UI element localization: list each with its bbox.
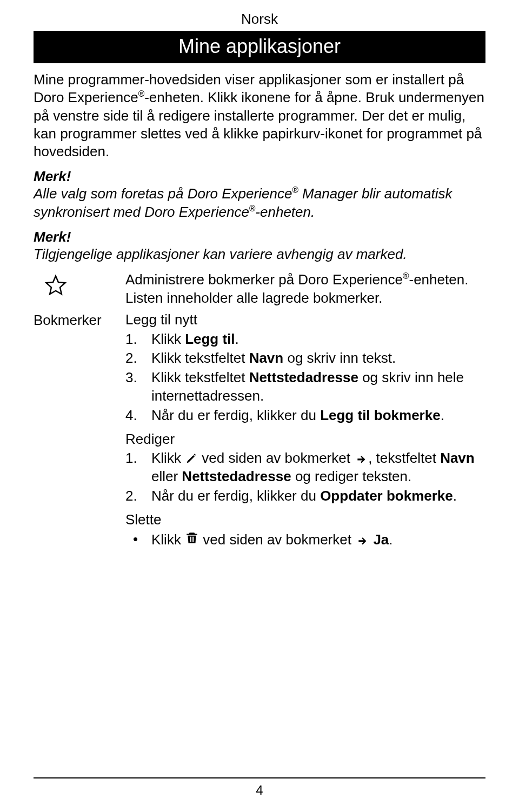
t: Klikk	[151, 531, 185, 548]
note1-text-1: Alle valg som foretas på Doro Experience	[34, 185, 292, 202]
t-bold: Oppdater bokmerke	[320, 488, 453, 504]
delete-list: • Klikk ved siden av bokmerket Ja.	[125, 530, 485, 549]
list-text: Klikk tekstfeltet Nettstedadresse og skr…	[151, 369, 485, 405]
note-1: Alle valg som foretas på Doro Experience…	[34, 185, 485, 221]
t: eller	[151, 468, 182, 484]
t-bold: Navn	[440, 450, 475, 466]
arrow-right-icon	[354, 454, 368, 464]
bookmarks-content: Administrere bokmerker på Doro Experienc…	[125, 271, 485, 549]
page-number: 4	[0, 783, 519, 798]
delete-header: Slette	[125, 511, 485, 529]
bookmarks-description: Administrere bokmerker på Doro Experienc…	[125, 271, 485, 308]
t: ved siden av bokmerket	[203, 531, 355, 548]
t-bold: Legg til bokmerke	[320, 407, 441, 423]
t-bold: Nettstedadresse	[249, 369, 358, 385]
registered-mark: ®	[403, 271, 409, 281]
note-label-2: Merk!	[34, 229, 485, 245]
registered-mark: ®	[292, 186, 298, 195]
t: ved siden av bokmerket	[202, 450, 354, 466]
t-bold: Ja	[373, 531, 389, 548]
bookmarks-section: Bokmerker Administrere bokmerker på Doro…	[34, 271, 485, 549]
list-item: 1. Klikk Legg til.	[125, 330, 485, 349]
t: .	[453, 488, 457, 504]
list-text: Klikk Legg til.	[151, 330, 485, 349]
t-bold: Legg til	[185, 331, 235, 347]
t: Klikk tekstfeltet	[151, 369, 249, 385]
page-footer: 4	[0, 777, 519, 798]
registered-mark: ®	[138, 90, 145, 99]
list-item: • Klikk ved siden av bokmerket Ja.	[125, 530, 485, 549]
footer-rule	[34, 777, 485, 778]
list-item: 1. Klikk ved siden av bokmerket , tekstf…	[125, 449, 485, 486]
t: Klikk	[151, 450, 185, 466]
list-number: 2.	[125, 349, 151, 368]
edit-header: Rediger	[125, 430, 485, 449]
add-new-header: Legg til nytt	[125, 311, 485, 329]
star-icon	[44, 274, 67, 297]
t-bold: Nettstedadresse	[182, 468, 291, 484]
list-number: 3.	[125, 369, 151, 387]
note-2: Tilgjengelige applikasjoner kan variere …	[34, 245, 485, 263]
list-text: Klikk tekstfeltet Navn og skriv inn teks…	[151, 349, 485, 368]
note1-text-3: -enheten.	[255, 204, 315, 220]
t: Når du er ferdig, klikker du	[151, 407, 320, 423]
list-text: Når du er ferdig, klikker du Legg til bo…	[151, 407, 485, 425]
bullet: •	[125, 530, 151, 549]
note-label-1: Merk!	[34, 168, 485, 185]
page: Norsk Mine applikasjoner Mine programmer…	[0, 0, 519, 812]
bookmarks-left-column: Bokmerker	[34, 271, 125, 329]
banner-title: Mine applikasjoner	[34, 31, 485, 63]
list-item: 2. Når du er ferdig, klikker du Oppdater…	[125, 487, 485, 505]
list-item: 4. Når du er ferdig, klikker du Legg til…	[125, 407, 485, 425]
t-bold: Navn	[249, 350, 284, 366]
desc-text-1: Administrere bokmerker på Doro Experienc…	[125, 271, 403, 288]
bookmarks-label: Bokmerker	[34, 312, 125, 329]
edit-list: 1. Klikk ved siden av bokmerket , tekstf…	[125, 449, 485, 505]
svg-marker-0	[46, 276, 65, 295]
t: .	[235, 331, 239, 347]
t: .	[441, 407, 444, 423]
list-item: 3. Klikk tekstfeltet Nettstedadresse og …	[125, 369, 485, 405]
pencil-icon	[185, 452, 198, 464]
intro-paragraph: Mine programmer-hovedsiden viser applika…	[34, 71, 485, 161]
list-text: Klikk ved siden av bokmerket , tekstfelt…	[151, 449, 485, 486]
list-item: 2. Klikk tekstfeltet Navn og skriv inn t…	[125, 349, 485, 368]
add-new-list: 1. Klikk Legg til. 2. Klikk tekstfeltet …	[125, 330, 485, 425]
registered-mark: ®	[249, 204, 256, 213]
list-number: 1.	[125, 330, 151, 349]
t: , tekstfeltet	[368, 450, 440, 466]
list-text: Klikk ved siden av bokmerket Ja.	[151, 530, 393, 549]
arrow-right-icon	[355, 535, 369, 546]
t: Klikk tekstfeltet	[151, 350, 249, 366]
list-number: 1.	[125, 449, 151, 468]
list-number: 2.	[125, 487, 151, 505]
t: Klikk	[151, 331, 185, 347]
list-number: 4.	[125, 407, 151, 425]
t: Når du er ferdig, klikker du	[151, 488, 320, 504]
t: .	[389, 531, 392, 548]
t: og rediger teksten.	[291, 468, 412, 484]
trash-icon	[185, 530, 199, 546]
t: og skriv inn tekst.	[283, 350, 396, 366]
list-text: Når du er ferdig, klikker du Oppdater bo…	[151, 487, 485, 505]
language-label: Norsk	[34, 11, 485, 28]
